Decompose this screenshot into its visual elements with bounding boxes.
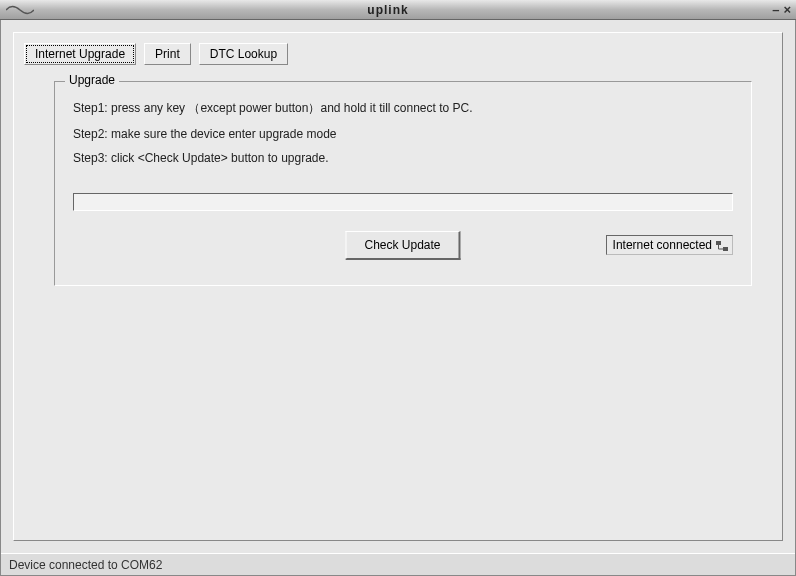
- step2-text: Step2: make sure the device enter upgrad…: [73, 127, 733, 141]
- check-update-button[interactable]: Check Update: [345, 231, 460, 260]
- window-body: Internet Upgrade Print DTC Lookup Upgrad…: [0, 20, 796, 576]
- progress-bar: [73, 193, 733, 211]
- statusbar: Device connected to COM62: [1, 553, 795, 575]
- step1-text: Step1: press any key （except power butto…: [73, 100, 733, 117]
- connection-status: Internet connected: [606, 235, 733, 255]
- titlebar-left-decor: [0, 0, 40, 19]
- tab-internet-upgrade[interactable]: Internet Upgrade: [24, 43, 136, 65]
- tab-label: Print: [155, 47, 180, 61]
- titlebar: uplink – ×: [0, 0, 796, 20]
- tab-label: Internet Upgrade: [35, 47, 125, 61]
- tab-bar: Internet Upgrade Print DTC Lookup: [24, 43, 772, 65]
- svg-rect-0: [716, 241, 721, 245]
- window-title: uplink: [40, 3, 736, 17]
- svg-rect-1: [723, 247, 728, 251]
- close-button[interactable]: ×: [783, 3, 791, 16]
- groupbox-legend: Upgrade: [65, 73, 119, 87]
- tab-label: DTC Lookup: [210, 47, 277, 61]
- step3-text: Step3: click <Check Update> button to up…: [73, 151, 733, 165]
- connection-status-text: Internet connected: [613, 238, 712, 252]
- button-row: Check Update Internet connected: [73, 229, 733, 261]
- upgrade-groupbox: Upgrade Step1: press any key （except pow…: [54, 81, 752, 286]
- content-panel: Internet Upgrade Print DTC Lookup Upgrad…: [13, 32, 783, 541]
- network-icon: [716, 240, 728, 250]
- statusbar-text: Device connected to COM62: [9, 558, 162, 572]
- minimize-button[interactable]: –: [772, 3, 779, 16]
- tab-print[interactable]: Print: [144, 43, 191, 65]
- tab-dtc-lookup[interactable]: DTC Lookup: [199, 43, 288, 65]
